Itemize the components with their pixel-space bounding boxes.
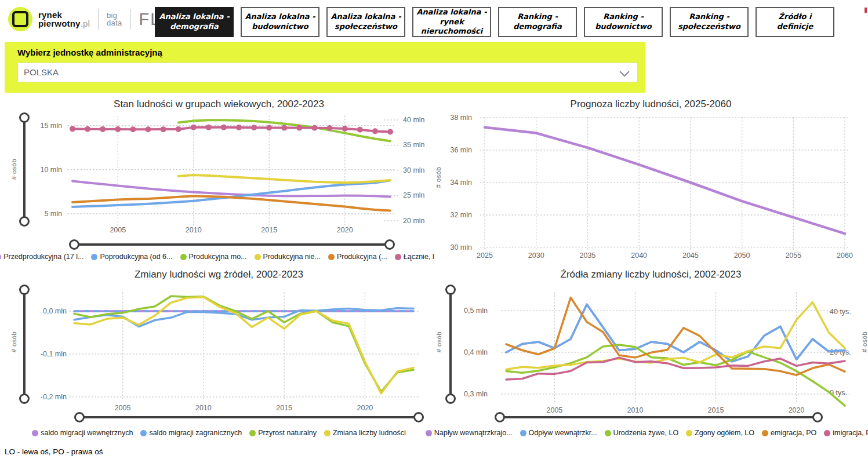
svg-text:36 mln: 36 mln: [450, 146, 472, 154]
legend-item[interactable]: Zgony ogółem, LO: [686, 429, 754, 437]
tab-ranking-spoleczenstwo[interactable]: Ranking - społeczeństwo: [670, 7, 749, 37]
slider-handle-bottom[interactable]: [19, 216, 30, 227]
svg-text:0,4 mln: 0,4 mln: [464, 348, 488, 356]
admin-unit-filter-panel: Wybierz jednostkę administracyjną POLSKA: [5, 42, 645, 93]
slider-handle-left[interactable]: [69, 239, 79, 250]
legend-item[interactable]: saldo migracji wewnętrznych: [32, 429, 133, 437]
legend-label: Produkcyjna mo...: [189, 253, 247, 261]
brand-name: rynek pierwotny.pl: [38, 10, 90, 28]
legend-item[interactable]: Poprodukcyjna (od 6...: [91, 253, 172, 261]
chevron-down-icon[interactable]: [620, 67, 630, 77]
admin-unit-dropdown[interactable]: POLSKA: [17, 63, 638, 82]
edge-marker: [865, 8, 867, 13]
y-axis-title: # osób: [435, 159, 442, 196]
svg-text:20 mln: 20 mln: [403, 217, 425, 225]
svg-text:2015: 2015: [276, 404, 292, 412]
rynekpierwotny-logo-icon: [8, 7, 32, 31]
svg-text:40 tys.: 40 tys.: [830, 308, 851, 316]
legend-item[interactable]: Zmiana liczby ludności: [324, 429, 406, 437]
legend-dot: [91, 254, 97, 260]
svg-text:-0,2 mln: -0,2 mln: [41, 393, 67, 401]
legend-dot: [605, 430, 611, 436]
legend-item[interactable]: Przedprodukcyjna (17 l...: [0, 253, 83, 261]
legend-item[interactable]: Produkcyjna nie...: [255, 253, 321, 261]
slider-handle-right[interactable]: [384, 239, 395, 250]
legend-label: emigracja, PO: [771, 429, 816, 437]
chart-legend: Napływ wewnątrzkrajo...Odpływ wewnątrzkr…: [434, 429, 868, 437]
legend-dot: [32, 430, 38, 436]
chart-legend: saldo migracji wewnętrznychsaldo migracj…: [6, 429, 432, 437]
svg-text:30 mln: 30 mln: [403, 166, 425, 174]
slider-handle-bottom[interactable]: [19, 393, 30, 404]
y-range-slider[interactable]: [445, 285, 456, 404]
legend-item[interactable]: saldo migracji zagranicznych: [140, 429, 242, 437]
slider-handle-top[interactable]: [445, 285, 456, 295]
legend-label: Przedprodukcyjna (17 l...: [3, 253, 83, 261]
slider-handle-top[interactable]: [19, 285, 30, 295]
legend-label: saldo migracji zagranicznych: [149, 429, 242, 437]
chart-population-change-sources: Zmiany ludności wg źródeł, 2002-2023 0,0…: [6, 268, 432, 440]
svg-text:35 mln: 35 mln: [403, 141, 425, 149]
tab-analiza-lokalna-rynek-nieruchomosci[interactable]: Analiza lokalna - rynek nieruchomości: [412, 7, 491, 37]
axis-abbreviation-note: LO - lewa oś, PO - prawa oś: [5, 447, 103, 456]
svg-text:2020: 2020: [337, 226, 353, 234]
y-range-slider[interactable]: [19, 285, 30, 404]
svg-text:2025: 2025: [477, 251, 493, 260]
svg-text:2050: 2050: [734, 251, 750, 260]
tab-analiza-lokalna-demografia[interactable]: Analiza lokalna - demografia: [155, 7, 234, 37]
legend-label: Zmiana liczby ludności: [333, 429, 406, 437]
x-range-slider[interactable]: [69, 239, 395, 250]
slider-handle-right[interactable]: [413, 412, 424, 422]
legend-item[interactable]: Odpływ wewnątrzkr...: [520, 429, 597, 437]
svg-text:2045: 2045: [682, 251, 699, 260]
tab-ranking-budownictwo[interactable]: Ranking - budownictwo: [584, 7, 663, 37]
tab-ranking-demografia[interactable]: Ranking - demografia: [498, 7, 577, 37]
y-axis-title: # osób: [10, 323, 17, 360]
tab-analiza-lokalna-budownictwo[interactable]: Analiza lokalna - budownictwo: [241, 7, 319, 37]
legend-dot: [328, 254, 335, 260]
chart-population-forecast: Prognoza liczby ludności, 2025-2060 38 m…: [434, 97, 868, 267]
svg-text:2040: 2040: [631, 251, 647, 260]
svg-text:2010: 2010: [195, 404, 212, 412]
svg-text:2020: 2020: [357, 404, 373, 412]
svg-text:30 mln: 30 mln: [450, 243, 472, 251]
chart-change-sources-detail: Źródła zmiany liczby ludności, 2002-2023…: [434, 268, 868, 440]
legend-item[interactable]: imigracja, PO: [824, 429, 868, 437]
tab-analiza-lokalna-spoleczenstwo[interactable]: Analiza lokalna - społeczeństwo: [326, 7, 405, 37]
legend-item[interactable]: Produkcyjna mo...: [180, 253, 247, 261]
legend-item[interactable]: Przyrost naturalny: [249, 429, 317, 437]
legend-item[interactable]: Napływ wewnątrzkrajo...: [426, 429, 513, 437]
divider: [98, 9, 99, 30]
nav-tabs: Analiza lokalna - demografia Analiza lok…: [155, 7, 834, 37]
x-range-slider[interactable]: [495, 412, 823, 422]
legend-item[interactable]: emigracja, PO: [762, 429, 816, 437]
slider-handle-left[interactable]: [74, 412, 85, 422]
svg-text:15 mln: 15 mln: [40, 122, 62, 130]
svg-text:10 mln: 10 mln: [40, 166, 62, 174]
legend-dot: [0, 254, 1, 260]
legend-dot: [686, 430, 692, 436]
svg-text:5 mln: 5 mln: [44, 210, 62, 218]
legend-label: Odpływ wewnątrzkr...: [529, 429, 597, 437]
legend-dot: [140, 430, 147, 436]
legend-item[interactable]: Urodzenia żywe, LO: [605, 429, 679, 437]
legend-label: Poprodukcyjna (od 6...: [100, 253, 172, 261]
svg-text:-0,1 mln: -0,1 mln: [41, 350, 67, 358]
legend-dot: [762, 430, 768, 436]
legend-item[interactable]: Produkcyjna (...: [328, 253, 387, 261]
svg-text:38 mln: 38 mln: [450, 114, 472, 122]
slider-handle-right[interactable]: [812, 412, 823, 422]
legend-dot: [249, 430, 256, 436]
legend-dot: [324, 430, 331, 436]
header: rynek pierwotny.pl big data FLTR Analiza…: [0, 0, 868, 41]
slider-handle-bottom[interactable]: [445, 393, 456, 404]
tab-zrodlo-i-definicje[interactable]: Źródło i definicje: [756, 7, 834, 37]
svg-text:2030: 2030: [528, 251, 544, 260]
slider-handle-left[interactable]: [495, 412, 505, 422]
legend-dot: [520, 430, 526, 436]
slider-handle-top[interactable]: [19, 112, 30, 123]
x-range-slider[interactable]: [74, 412, 424, 422]
y-range-slider[interactable]: [19, 112, 30, 227]
legend-dot: [824, 430, 830, 436]
chart-legend: Przedprodukcyjna (17 l...Poprodukcyjna (…: [6, 253, 432, 261]
